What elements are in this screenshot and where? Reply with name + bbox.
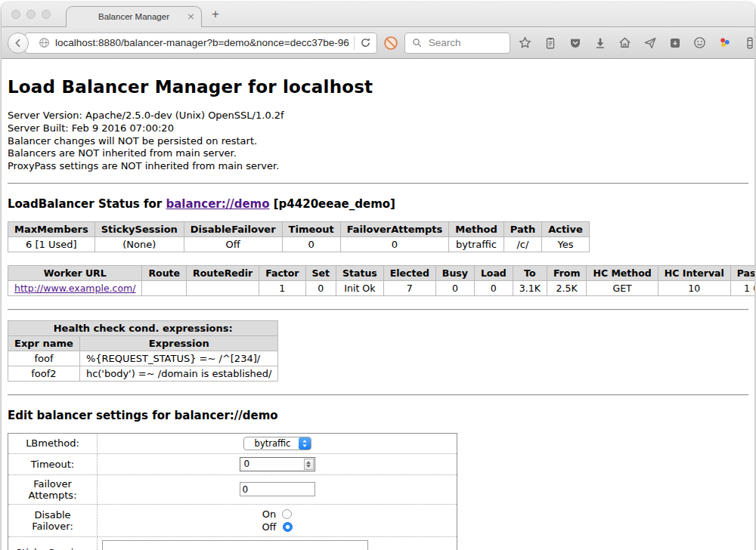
cell-method: bytraffic [449, 236, 503, 252]
table-header-row: MaxMembers StickySession DisableFailover… [8, 221, 590, 236]
radio-off[interactable] [283, 522, 293, 532]
radio-off-label: Off [262, 521, 276, 533]
cell-to: 3.1K [513, 280, 547, 295]
server-info: Server Version: Apache/2.5.0-dev (Unix) … [8, 110, 748, 173]
timeout-input-wrap [240, 457, 315, 471]
block-icon[interactable] [383, 35, 399, 51]
cell-load: 0 [474, 280, 513, 295]
col-route: Route [142, 265, 187, 280]
col-worker-url: Worker URL [8, 265, 142, 280]
minimize-window-button[interactable] [26, 10, 36, 19]
col-load: Load [474, 265, 513, 280]
note-balancers: Balancers are NOT inherited from main se… [8, 147, 748, 160]
col-elected: Elected [383, 265, 435, 280]
table-header-row: Worker URL Route RouteRedir Factor Set S… [8, 265, 755, 280]
cell-hc-method: GET [587, 280, 658, 295]
search-input[interactable] [427, 36, 495, 49]
url-divider [354, 36, 355, 50]
select-stepper-icon [299, 437, 311, 450]
cell-expr-name: foof [8, 351, 80, 366]
globe-icon[interactable] [38, 36, 51, 49]
health-table-title: Health check cond. expressions: [8, 320, 278, 335]
home-icon[interactable] [615, 33, 635, 53]
note-proxypass: ProxyPass settings are NOT inherited fro… [8, 160, 748, 173]
back-button[interactable] [8, 32, 29, 54]
sticky-session-row: Sticky Session: (Use '-' to delete) [8, 536, 457, 550]
col-passes: Passes [730, 265, 754, 280]
col-hc-interval: HC Interval [658, 265, 730, 280]
server-built: Server Built: Feb 9 2016 07:00:20 [8, 122, 748, 135]
failover-attempts-label: Failover Attempts: [8, 474, 98, 504]
cell-busy: 0 [435, 280, 474, 295]
search-bar [404, 32, 510, 54]
col-disablefailover: DisableFailover [184, 221, 282, 236]
close-window-button[interactable] [11, 10, 20, 19]
worker-url-link[interactable]: http://www.example.com/ [14, 283, 135, 294]
send-plane-icon[interactable] [640, 33, 660, 53]
cell-expression: hc('body') =~ /domain is established/ [79, 366, 278, 381]
health-check-table: Health check cond. expressions: Expr nam… [8, 320, 278, 382]
col-failoverattempts: FailoverAttempts [340, 221, 449, 236]
tab-close-icon[interactable]: × [187, 10, 195, 23]
url-bar[interactable]: localhost:8880/balancer-manager?b=demo&n… [25, 32, 377, 54]
note-persist: Balancer changes will NOT be persisted o… [8, 135, 748, 148]
col-active: Active [542, 221, 590, 236]
sticky-session-input[interactable] [102, 540, 368, 550]
server-version: Server Version: Apache/2.5.0-dev (Unix) … [8, 110, 748, 122]
cell-active: Yes [542, 236, 590, 252]
col-timeout: Timeout [282, 221, 340, 236]
col-from: From [547, 265, 587, 280]
number-spinner[interactable] [304, 459, 314, 470]
container-icon[interactable] [740, 33, 754, 53]
page-title: Load Balancer Manager for localhost [8, 77, 748, 97]
status-heading-suffix: [p4420eeae_demo] [270, 197, 395, 211]
pocket-icon[interactable] [565, 33, 585, 53]
zoom-window-button[interactable] [42, 10, 51, 19]
table-row: http://www.example.com/ 1 0 Init Ok 7 0 … [8, 280, 755, 295]
cell-passes: 1 (0) [730, 280, 754, 295]
radio-on[interactable] [282, 509, 292, 519]
tab-balancer-manager[interactable]: Balancer Manager × [66, 6, 202, 26]
browser-window: Balancer Manager × + localhost:8880/bala… [2, 2, 754, 550]
reload-icon[interactable] [359, 36, 372, 49]
window-controls [11, 10, 51, 19]
col-factor: Factor [259, 265, 305, 280]
balancer-link[interactable]: balancer://demo [166, 197, 269, 211]
failover-attempts-input[interactable] [240, 482, 315, 496]
chat-smiley-icon[interactable] [690, 33, 710, 53]
cell-disablefailover: Off [184, 236, 282, 252]
divider [8, 183, 748, 184]
new-tab-button[interactable]: + [212, 7, 219, 22]
table-row: 6 [1 Used] (None) Off 0 0 bytraffic /c/ … [8, 236, 590, 252]
col-maxmembers: MaxMembers [8, 221, 95, 236]
col-expression: Expression [79, 335, 278, 351]
reading-list-icon[interactable] [541, 33, 560, 53]
search-icon[interactable] [411, 37, 423, 48]
cell-expression: %{REQUEST_STATUS} =~ /^[234]/ [79, 351, 278, 366]
balancer-settings-form: LBmethod: bytraffic Timeout: [8, 433, 457, 550]
bookmark-star-icon[interactable] [516, 33, 535, 53]
colored-dots-icon[interactable] [715, 33, 735, 53]
balancer-status-table: MaxMembers StickySession DisableFailover… [8, 221, 590, 252]
edit-settings-heading: Edit balancer settings for balancer://de… [8, 409, 748, 422]
col-stickysession: StickySession [94, 221, 184, 236]
save-panel-icon[interactable] [665, 33, 685, 53]
cell-set: 0 [305, 280, 336, 295]
col-status: Status [336, 265, 384, 280]
col-set: Set [305, 265, 336, 280]
lbmethod-select[interactable]: bytraffic [243, 437, 311, 450]
col-hc-method: HC Method [587, 265, 658, 280]
cell-status: Init Ok [336, 280, 384, 295]
cell-hc-interval: 10 [658, 280, 730, 295]
cell-stickysession: (None) [94, 236, 184, 252]
col-to: To [513, 265, 547, 280]
divider [8, 309, 748, 311]
lbmethod-selected-value: bytraffic [252, 438, 299, 449]
downloads-icon[interactable] [590, 33, 610, 53]
cell-failoverattempts: 0 [340, 236, 449, 252]
table-header-row: Expr name Expression [8, 335, 278, 351]
lbmethod-label: LBmethod: [8, 433, 98, 453]
worker-status-table: Worker URL Route RouteRedir Factor Set S… [8, 265, 754, 296]
timeout-input[interactable] [243, 458, 304, 470]
cell-timeout: 0 [282, 236, 340, 252]
